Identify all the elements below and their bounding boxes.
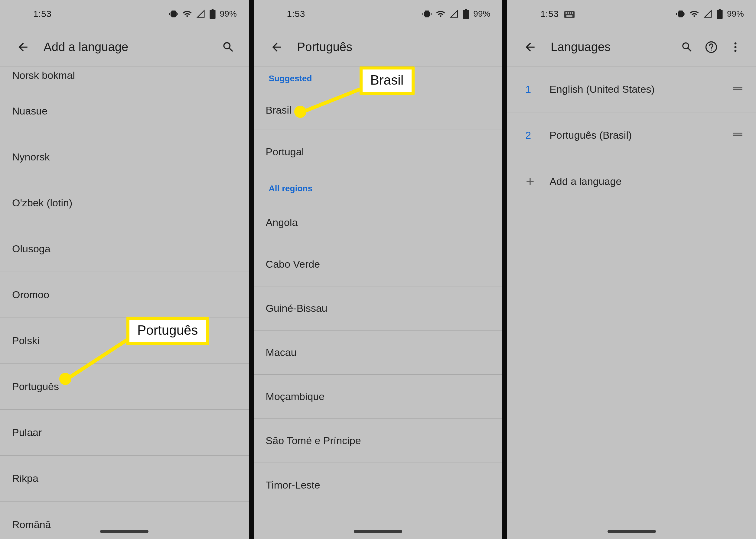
back-button[interactable] — [11, 35, 35, 59]
back-button[interactable] — [265, 35, 289, 59]
svg-point-12 — [734, 49, 736, 52]
svg-line-0 — [63, 336, 133, 381]
svg-rect-13 — [733, 87, 742, 88]
language-index: 1 — [525, 83, 549, 95]
language-label: English (United States) — [549, 83, 732, 95]
region-row[interactable]: Guiné-Bissau — [254, 286, 503, 331]
region-row[interactable]: Moçambique — [254, 375, 503, 419]
region-row[interactable]: Portugal — [254, 130, 503, 174]
drag-handle-icon — [732, 128, 744, 140]
signal-icon — [450, 9, 459, 19]
language-row[interactable]: Nynorsk — [0, 134, 249, 180]
help-button[interactable] — [699, 35, 723, 59]
battery-pct: 99% — [220, 9, 237, 19]
page-title: Português — [297, 40, 494, 54]
language-row[interactable]: Nuasue — [0, 88, 249, 134]
drag-handle[interactable] — [732, 128, 744, 143]
svg-rect-4 — [568, 12, 569, 14]
region-row[interactable]: Angola — [254, 203, 503, 242]
search-icon — [222, 40, 235, 54]
overflow-button[interactable] — [723, 35, 748, 59]
nav-pill[interactable] — [100, 530, 148, 533]
screen-select-region: 1:53 99% Português Suggested Brasil Port… — [254, 0, 503, 539]
vibrate-icon — [423, 9, 431, 19]
clock: 1:53 — [33, 9, 51, 19]
drag-handle-icon — [732, 82, 744, 94]
back-button[interactable] — [518, 35, 542, 59]
screen-add-language: 1:53 99% Add a language Norsk bokmal Nua… — [0, 0, 249, 539]
callout-portugues: Português — [127, 317, 209, 345]
search-icon — [681, 41, 694, 53]
language-row[interactable]: Oromoo — [0, 272, 249, 318]
region-row[interactable]: São Tomé e Príncipe — [254, 419, 503, 463]
section-all-regions: All regions — [254, 174, 503, 203]
svg-rect-2 — [564, 11, 575, 18]
signal-icon — [196, 9, 205, 19]
svg-point-11 — [734, 46, 736, 48]
svg-rect-6 — [572, 12, 573, 14]
svg-point-9 — [710, 49, 712, 50]
vibrate-icon — [169, 9, 178, 19]
battery-icon — [210, 9, 216, 19]
region-row[interactable]: Timor-Leste — [254, 463, 503, 507]
language-entry[interactable]: 2 Português (Brasil) — [507, 113, 756, 158]
callout-brasil: Brasil — [359, 66, 415, 95]
language-row[interactable]: Română — [0, 501, 249, 539]
wifi-icon — [182, 9, 192, 19]
signal-icon — [704, 9, 712, 19]
svg-point-10 — [734, 42, 736, 44]
search-button[interactable] — [675, 35, 699, 59]
more-vert-icon — [729, 41, 742, 53]
language-row[interactable]: Norsk bokmal — [0, 66, 249, 88]
screen-languages: 1:53 99% Languages — [507, 0, 756, 539]
svg-line-1 — [299, 88, 364, 113]
region-row[interactable]: Brasil — [254, 91, 503, 130]
language-row[interactable]: O'zbek (lotin) — [0, 180, 249, 226]
arrow-back-icon — [523, 40, 537, 54]
language-row[interactable]: Pulaar — [0, 410, 249, 456]
wifi-icon — [690, 9, 699, 19]
add-language-label: Add a language — [549, 176, 621, 187]
region-row[interactable]: Cabo Verde — [254, 242, 503, 286]
svg-rect-3 — [566, 12, 567, 14]
battery-icon — [717, 9, 723, 19]
add-language-row[interactable]: Add a language — [507, 158, 756, 204]
status-bar: 1:53 99% — [507, 0, 756, 28]
svg-rect-5 — [570, 12, 571, 14]
app-bar: Add a language — [0, 28, 249, 66]
language-index: 2 — [525, 129, 549, 141]
plus-icon — [524, 175, 549, 187]
language-row[interactable]: Rikpa — [0, 456, 249, 501]
battery-pct: 99% — [727, 9, 744, 19]
drag-handle[interactable] — [732, 82, 744, 97]
callout-connector — [63, 336, 133, 381]
language-entry[interactable]: 1 English (United States) — [507, 66, 756, 113]
nav-pill[interactable] — [354, 530, 402, 533]
clock: 1:53 — [540, 9, 575, 19]
language-label: Português (Brasil) — [549, 129, 732, 141]
language-row[interactable]: Olusoga — [0, 226, 249, 272]
svg-rect-14 — [733, 89, 742, 89]
battery-icon — [463, 9, 469, 19]
clock: 1:53 — [287, 9, 305, 19]
svg-rect-15 — [733, 133, 742, 133]
callout-connector — [299, 88, 366, 115]
status-bar: 1:53 99% — [254, 0, 503, 28]
callout-dot — [59, 373, 71, 385]
status-bar: 1:53 99% — [0, 0, 249, 28]
svg-rect-16 — [733, 134, 742, 135]
keyboard-icon — [564, 11, 575, 18]
arrow-back-icon — [16, 40, 30, 54]
nav-pill[interactable] — [608, 530, 656, 533]
help-icon — [705, 41, 717, 53]
region-row[interactable]: Macau — [254, 331, 503, 375]
page-title: Add a language — [44, 40, 216, 54]
page-title: Languages — [551, 40, 675, 54]
svg-rect-7 — [567, 15, 573, 17]
search-button[interactable] — [216, 35, 240, 59]
app-bar: Português — [254, 28, 503, 66]
wifi-icon — [436, 9, 445, 19]
arrow-back-icon — [270, 40, 283, 54]
app-bar: Languages — [507, 28, 756, 66]
callout-dot — [294, 106, 306, 118]
